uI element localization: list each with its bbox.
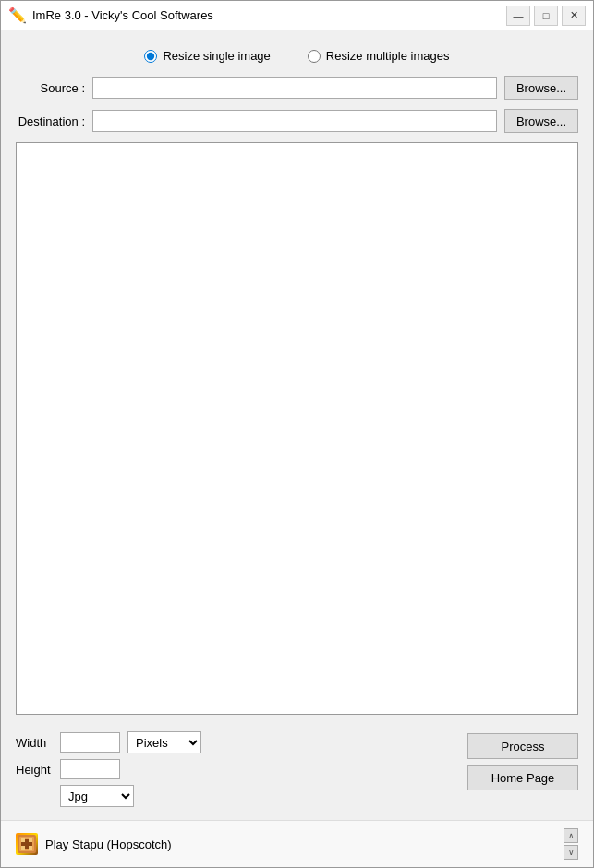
- title-bar: ✏️ ImRe 3.0 - Vicky's Cool Softwares — □…: [1, 1, 593, 30]
- scroll-down-button[interactable]: ∨: [564, 845, 578, 860]
- maximize-button[interactable]: □: [534, 6, 558, 26]
- multiple-images-radio-label[interactable]: Resize multiple images: [308, 49, 450, 63]
- width-input[interactable]: [60, 732, 120, 753]
- height-label: Height: [16, 763, 53, 777]
- home-page-button[interactable]: Home Page: [467, 765, 578, 790]
- svg-rect-4: [21, 838, 25, 842]
- svg-rect-5: [29, 838, 32, 842]
- scrollbar: ∧ ∨: [564, 828, 578, 860]
- title-bar-left: ✏️ ImRe 3.0 - Vicky's Cool Softwares: [8, 6, 213, 24]
- destination-input[interactable]: [92, 110, 497, 132]
- width-row: Width Pixels Percent: [16, 731, 201, 753]
- destination-browse-button[interactable]: Browse...: [504, 109, 578, 133]
- game-icon: [16, 833, 38, 855]
- single-image-label: Resize single image: [163, 49, 270, 63]
- format-select[interactable]: Jpg Png Bmp: [60, 785, 134, 807]
- app-icon: ✏️: [8, 6, 27, 24]
- title-bar-controls: — □ ✕: [506, 6, 586, 26]
- window-title: ImRe 3.0 - Vicky's Cool Softwares: [32, 8, 213, 22]
- multiple-images-radio[interactable]: [308, 50, 321, 63]
- svg-rect-7: [29, 846, 32, 850]
- source-label: Source :: [16, 81, 85, 95]
- unit-select[interactable]: Pixels Percent: [127, 731, 201, 753]
- main-window: ✏️ ImRe 3.0 - Vicky's Cool Softwares — □…: [0, 0, 594, 868]
- game-icon-svg: [18, 835, 36, 853]
- process-button[interactable]: Process: [467, 733, 578, 759]
- destination-row: Destination : Browse...: [16, 109, 578, 133]
- image-preview-area: [16, 142, 578, 715]
- source-browse-button[interactable]: Browse...: [504, 76, 578, 100]
- height-input[interactable]: [60, 759, 120, 779]
- source-row: Source : Browse...: [16, 76, 578, 100]
- destination-label: Destination :: [16, 115, 85, 128]
- single-image-radio-label[interactable]: Resize single image: [144, 49, 270, 63]
- single-image-radio[interactable]: [144, 50, 157, 63]
- bottom-controls: Width Pixels Percent Height Jpg Png: [16, 724, 578, 811]
- dimensions-area: Width Pixels Percent Height Jpg Png: [16, 731, 201, 807]
- close-button[interactable]: ✕: [562, 6, 586, 26]
- scroll-up-button[interactable]: ∧: [564, 828, 578, 843]
- bottom-bar-content: Play Stapu (Hopscotch): [16, 833, 172, 855]
- main-content: Resize single image Resize multiple imag…: [1, 30, 593, 820]
- height-row: Height: [16, 759, 201, 779]
- svg-rect-6: [21, 846, 25, 850]
- bottom-bar: Play Stapu (Hopscotch) ∧ ∨: [1, 820, 593, 867]
- resize-mode-row: Resize single image Resize multiple imag…: [16, 45, 578, 66]
- width-label: Width: [16, 736, 53, 750]
- multiple-images-label: Resize multiple images: [326, 49, 450, 63]
- format-row: Jpg Png Bmp: [16, 785, 201, 807]
- minimize-button[interactable]: —: [506, 6, 530, 26]
- source-input[interactable]: [92, 77, 497, 99]
- game-label: Play Stapu (Hopscotch): [45, 838, 172, 851]
- action-buttons: Process Home Page: [467, 733, 578, 790]
